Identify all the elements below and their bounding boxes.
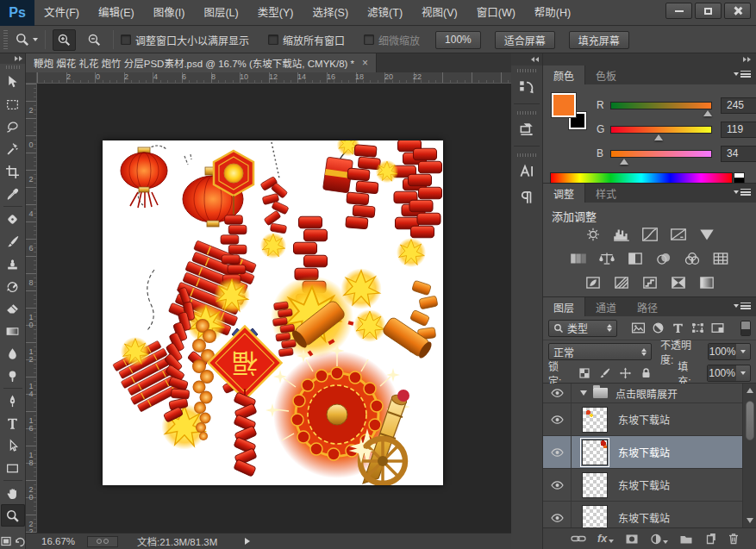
- fit-screen-button[interactable]: 适合屏幕: [495, 31, 555, 49]
- spot-healing-brush-tool[interactable]: [1, 208, 25, 230]
- tab-paths[interactable]: 路径: [627, 297, 668, 316]
- menu-help[interactable]: 帮助(H): [525, 0, 580, 26]
- move-tool[interactable]: [1, 71, 25, 93]
- shape-layer-filter-icon[interactable]: [689, 321, 706, 336]
- layer-name[interactable]: 东坡下载站: [618, 445, 670, 459]
- layer-group-row[interactable]: 点击眼睛展开: [543, 384, 742, 403]
- levels-icon[interactable]: [610, 225, 633, 243]
- curves-icon[interactable]: [639, 225, 661, 243]
- menu-edit[interactable]: 编辑(E): [89, 0, 144, 26]
- dock-grip[interactable]: [517, 111, 536, 115]
- delete-layer-button[interactable]: [728, 533, 740, 545]
- visibility-toggle[interactable]: [543, 502, 572, 527]
- zoom-all-windows-checkbox[interactable]: 缩放所有窗口: [268, 33, 345, 47]
- lock-position-icon[interactable]: [618, 366, 633, 380]
- layer-thumbnail[interactable]: [582, 407, 608, 433]
- history-panel-icon[interactable]: [514, 74, 540, 100]
- document-tab[interactable]: 鞭炮 烟花 礼花 炮竹 分层PSD素材.psd @ 16.7% (东坡下载站, …: [26, 53, 377, 72]
- screen-mode-icon[interactable]: [15, 536, 25, 546]
- selective-color-icon[interactable]: [696, 273, 718, 291]
- link-layers-button[interactable]: [571, 533, 586, 544]
- visibility-toggle[interactable]: [543, 436, 572, 468]
- new-group-button[interactable]: [679, 533, 693, 545]
- layer-row-selected[interactable]: 东坡下载站: [543, 436, 742, 469]
- vertical-ruler[interactable]: 2 0 2 4 6 8 10 12 14 16 18 20 22: [26, 84, 37, 549]
- foreground-color-swatch[interactable]: [552, 93, 576, 117]
- rectangle-shape-tool[interactable]: [1, 457, 25, 479]
- dock-expand-button[interactable]: [511, 53, 542, 66]
- green-slider-thumb[interactable]: [654, 134, 663, 140]
- filter-type-dropdown[interactable]: 类型: [548, 320, 617, 337]
- tools-grip[interactable]: [6, 66, 20, 69]
- tab-close-icon[interactable]: ×: [362, 57, 368, 69]
- path-selection-tool[interactable]: [1, 434, 25, 457]
- properties-panel-icon[interactable]: [514, 116, 540, 142]
- color-lookup-icon[interactable]: [709, 249, 732, 267]
- blue-value[interactable]: 34: [721, 146, 756, 162]
- type-layer-filter-icon[interactable]: [669, 321, 686, 336]
- adjustment-layer-filter-icon[interactable]: [649, 321, 666, 336]
- layer-thumbnail[interactable]: [582, 472, 608, 498]
- color-balance-icon[interactable]: [596, 249, 618, 267]
- scroll-thumb[interactable]: [746, 401, 754, 440]
- actual-pixels-button[interactable]: 100%: [435, 31, 481, 49]
- photo-filter-icon[interactable]: [653, 249, 675, 267]
- pixel-layer-filter-icon[interactable]: [629, 321, 647, 336]
- menu-filter[interactable]: 滤镜(T): [358, 0, 412, 26]
- visibility-toggle[interactable]: [543, 403, 572, 435]
- panel-menu-icon[interactable]: [731, 71, 751, 78]
- lock-pixels-icon[interactable]: [597, 366, 612, 380]
- hue-saturation-icon[interactable]: [567, 249, 590, 267]
- new-adjustment-button[interactable]: [650, 533, 668, 545]
- tab-styles[interactable]: 样式: [585, 184, 627, 203]
- paragraph-panel-icon[interactable]: [514, 184, 540, 210]
- vibrance-icon[interactable]: [696, 225, 718, 243]
- menu-image[interactable]: 图像(I): [144, 0, 195, 26]
- channel-mixer-icon[interactable]: [681, 249, 703, 267]
- close-button[interactable]: [724, 3, 751, 19]
- maximize-button[interactable]: [695, 3, 722, 19]
- minimize-button[interactable]: [665, 3, 692, 19]
- zoom-in-button[interactable]: [53, 29, 76, 51]
- menu-select[interactable]: 选择(S): [303, 0, 358, 26]
- opacity-dropdown[interactable]: 100%: [708, 343, 751, 360]
- horizontal-ruler[interactable]: 2 0 2 4 6 8 10 12 14 16 18 20 22: [37, 72, 511, 84]
- scroll-up-icon[interactable]: [747, 388, 753, 393]
- dock-collapse-button[interactable]: [543, 53, 756, 66]
- red-value[interactable]: 245: [721, 97, 756, 114]
- tab-color[interactable]: 颜色: [543, 66, 585, 84]
- panel-menu-icon[interactable]: [731, 303, 751, 309]
- rectangular-marquee-tool[interactable]: [1, 93, 25, 115]
- quick-mask-icon[interactable]: [1, 536, 11, 546]
- layer-style-button[interactable]: fx: [597, 533, 614, 545]
- dock-grip[interactable]: [517, 69, 536, 72]
- posterize-icon[interactable]: [610, 273, 633, 291]
- invert-icon[interactable]: [582, 273, 604, 291]
- zoom-out-button[interactable]: [83, 29, 106, 51]
- layer-thumbnail[interactable]: [582, 505, 608, 528]
- eraser-tool[interactable]: [1, 297, 25, 320]
- black-swatch[interactable]: [734, 178, 745, 184]
- gradient-map-icon[interactable]: [667, 273, 690, 291]
- clone-stamp-tool[interactable]: [1, 253, 25, 275]
- fill-dropdown[interactable]: 100%: [707, 365, 751, 382]
- canvas[interactable]: 福: [103, 140, 443, 485]
- visibility-toggle[interactable]: [543, 469, 572, 501]
- lasso-tool[interactable]: [1, 115, 25, 138]
- menu-layer[interactable]: 图层(L): [194, 0, 247, 26]
- layer-name[interactable]: 东坡下载站: [618, 412, 670, 427]
- dodge-tool[interactable]: [1, 365, 25, 387]
- status-expand-icon[interactable]: [245, 538, 250, 545]
- dock-grip[interactable]: [517, 153, 536, 157]
- status-zoom-level[interactable]: 16.67%: [41, 536, 75, 546]
- eyedropper-tool[interactable]: [1, 183, 25, 205]
- tab-adjustments[interactable]: 调整: [543, 184, 585, 203]
- brightness-contrast-icon[interactable]: [582, 225, 604, 243]
- layer-name[interactable]: 东坡下载站: [618, 477, 670, 492]
- exposure-icon[interactable]: [667, 225, 690, 243]
- zoom-tool[interactable]: [1, 504, 25, 527]
- tab-swatches[interactable]: 色板: [585, 66, 627, 84]
- pen-tool[interactable]: [1, 390, 25, 412]
- threshold-icon[interactable]: [639, 273, 661, 291]
- panel-menu-icon[interactable]: [731, 189, 751, 196]
